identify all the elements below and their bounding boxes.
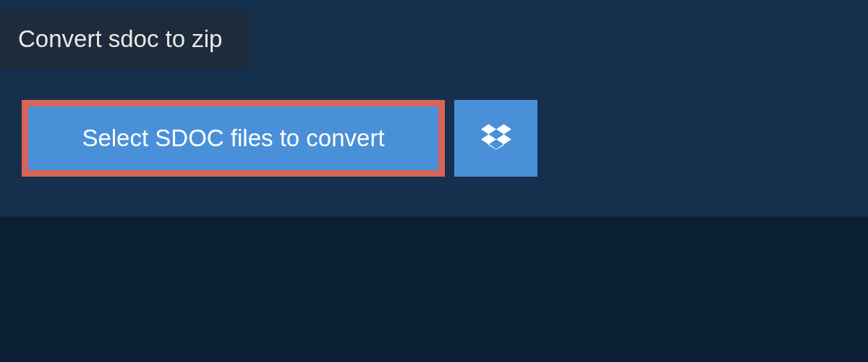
- dropbox-icon: [481, 122, 511, 155]
- action-row: Select SDOC files to convert: [0, 69, 868, 177]
- tab-label: Convert sdoc to zip: [18, 25, 222, 52]
- select-files-button[interactable]: Select SDOC files to convert: [22, 100, 445, 177]
- select-files-label: Select SDOC files to convert: [82, 125, 384, 152]
- converter-panel: Convert sdoc to zip Select SDOC files to…: [0, 0, 868, 216]
- tab-convert-sdoc-zip[interactable]: Convert sdoc to zip: [0, 11, 250, 69]
- dropbox-button[interactable]: [454, 100, 537, 177]
